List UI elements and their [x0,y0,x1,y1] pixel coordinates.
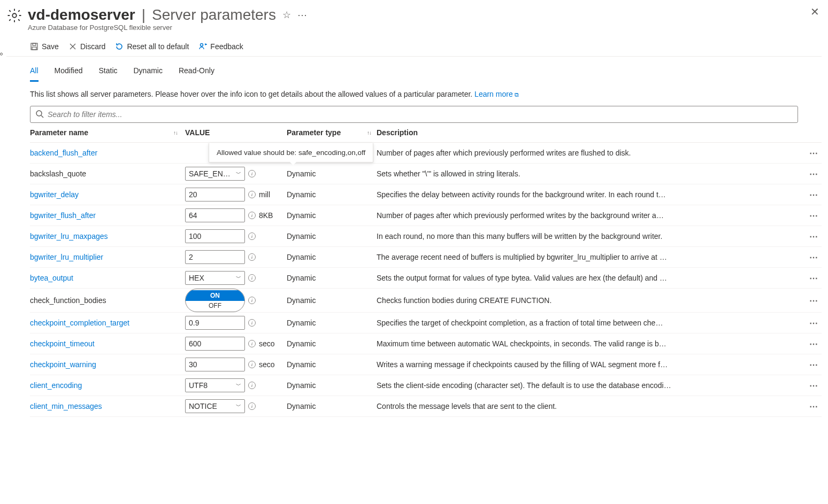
search-container [30,106,822,123]
row-more-icon[interactable]: ⋯ [806,231,822,242]
param-desc-cell: Controls the message levels that are sen… [377,402,806,410]
table-row: client_encodingUTF8﹀iDynamicSets the cli… [30,375,822,396]
favorite-star-icon[interactable]: ☆ [282,9,291,21]
discard-label: Discard [80,42,105,51]
search-input[interactable] [30,106,798,123]
row-more-icon[interactable]: ⋯ [806,252,822,262]
param-name-link[interactable]: backend_flush_after [30,149,97,157]
tab-modified[interactable]: Modified [55,66,83,82]
param-name-cell: client_encoding [30,377,185,394]
row-more-icon[interactable]: ⋯ [806,296,822,306]
info-icon[interactable]: i [248,274,256,282]
discard-button[interactable]: Discard [68,42,105,51]
param-name-link[interactable]: bgwriter_lru_maxpages [30,232,108,241]
reset-button[interactable]: Reset all to default [115,42,189,51]
value-toggle[interactable]: ONOFF [185,289,245,312]
col-header-ptype[interactable]: Parameter type ↑↓ [287,128,377,137]
param-value-cell: i [185,229,287,243]
expand-nav-icon[interactable]: » [0,49,3,58]
row-more-icon[interactable]: ⋯ [806,339,822,349]
value-select[interactable]: UTF8﹀ [185,378,245,392]
param-name-cell: bgwriter_delay [30,186,185,203]
table-row: backend_flush_afterNumber of pages after… [30,143,822,164]
row-more-icon[interactable]: ⋯ [806,360,822,370]
param-type-cell: Dynamic [287,402,377,410]
sort-icon: ↑↓ [173,130,178,136]
value-input[interactable] [185,208,245,222]
param-type-cell: Dynamic [287,360,377,369]
param-name-link[interactable]: bytea_output [30,274,73,282]
page-title: Server parameters [152,6,276,24]
tab-dynamic[interactable]: Dynamic [134,66,163,82]
row-more-icon[interactable]: ⋯ [806,401,822,412]
sort-icon: ↑↓ [367,130,371,136]
row-more-icon[interactable]: ⋯ [806,273,822,283]
col-header-value[interactable]: VALUE [185,128,287,137]
command-bar: Save Discard Reset all to default Feedba… [6,37,822,57]
tab-static[interactable]: Static [98,66,117,82]
info-icon[interactable]: i [248,232,256,240]
param-name-link[interactable]: checkpoint_timeout [30,339,95,348]
col-header-name[interactable]: Parameter name ↑↓ [30,128,185,137]
param-name-link[interactable]: client_encoding [30,381,82,390]
info-icon[interactable]: i [248,170,256,177]
param-desc-cell: Specifies the target of checkpoint compl… [377,319,806,327]
table-row: client_min_messagesNOTICE﹀iDynamicContro… [30,396,822,417]
row-more-icon[interactable]: ⋯ [806,148,822,158]
param-name-link[interactable]: client_min_messages [30,402,102,410]
table-row: bgwriter_lru_multiplieriDynamicThe avera… [30,247,822,268]
info-icon[interactable]: i [248,253,256,261]
value-input[interactable] [185,337,245,351]
param-desc-cell: Number of pages after which previously p… [377,211,806,220]
tab-all[interactable]: All [30,66,39,82]
learn-more-link[interactable]: Learn more⧉ [474,90,519,98]
param-desc-cell: The average recent need of buffers is mu… [377,253,806,261]
table-row: check_function_bodiesONOFFiDynamicChecks… [30,289,822,313]
info-icon[interactable]: i [248,382,256,389]
value-select[interactable]: SAFE_EN…﹀ [185,167,245,181]
param-name-link[interactable]: checkpoint_warning [30,360,96,369]
param-type-cell: Dynamic [287,319,377,327]
value-select[interactable]: HEX﹀ [185,271,245,285]
row-more-icon[interactable]: ⋯ [806,169,822,179]
value-input[interactable] [185,358,245,371]
resource-name: vd-demoserver [28,6,135,24]
info-icon[interactable]: i [248,212,256,219]
param-value-cell: SAFE_EN…﹀i [185,167,287,181]
info-icon[interactable]: i [248,340,256,347]
row-more-icon[interactable]: ⋯ [806,190,822,200]
value-input[interactable] [185,250,245,264]
col-header-desc[interactable]: Description [377,128,822,137]
table-row: checkpoint_timeoutisecoDynamicMaximum ti… [30,334,822,354]
row-more-icon[interactable]: ⋯ [806,318,822,328]
param-type-cell: Dynamic [287,296,377,305]
table-row: checkpoint_completion_targetiDynamicSpec… [30,313,822,334]
chevron-down-icon: ﹀ [236,274,241,282]
param-name-link[interactable]: checkpoint_completion_target [30,319,129,327]
tab-readonly[interactable]: Read-Only [179,66,214,82]
info-icon[interactable]: i [248,191,256,198]
param-type-cell: Dynamic [287,211,377,220]
param-name-link[interactable]: bgwriter_delay [30,190,79,199]
param-value-cell: HEX﹀i [185,271,287,285]
row-more-icon[interactable]: ⋯ [806,211,822,221]
value-input[interactable] [185,229,245,243]
param-name-cell: bgwriter_lru_multiplier [30,249,185,266]
info-icon[interactable]: i [248,319,256,327]
header-more-icon[interactable]: ⋯ [297,9,307,21]
param-name-link[interactable]: bgwriter_lru_multiplier [30,253,103,261]
info-icon[interactable]: i [248,297,256,304]
value-select[interactable]: NOTICE﹀ [185,399,245,413]
unit-label: seco [259,339,275,348]
save-button[interactable]: Save [30,42,59,51]
info-icon[interactable]: i [248,402,256,410]
feedback-button[interactable]: Feedback [198,42,243,51]
close-icon[interactable]: ✕ [810,5,819,18]
info-icon[interactable]: i [248,361,256,368]
param-desc-cell: Number of pages after which previously p… [377,149,806,157]
row-more-icon[interactable]: ⋯ [806,381,822,391]
table-row: backslash_quoteSAFE_EN…﹀iDynamicSets whe… [30,164,822,184]
param-name-link[interactable]: bgwriter_flush_after [30,211,96,220]
value-input[interactable] [185,188,245,201]
value-input[interactable] [185,316,245,330]
